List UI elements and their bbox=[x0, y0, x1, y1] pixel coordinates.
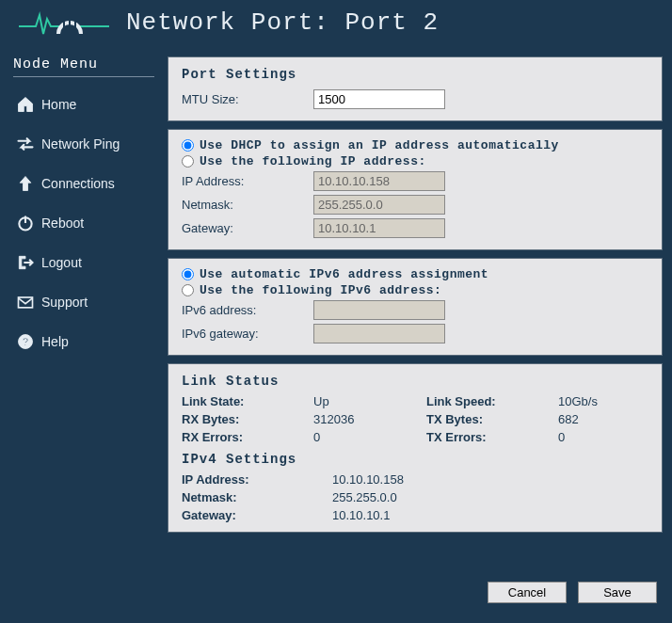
rx-errors-label: RX Errors: bbox=[182, 430, 313, 444]
sidebar-item-support[interactable]: Support bbox=[13, 282, 154, 322]
radio-auto-ipv6-label: Use automatic IPv6 address assignment bbox=[200, 267, 488, 281]
svg-text:?: ? bbox=[22, 335, 28, 347]
ipv6-gateway-label: IPv6 gateway: bbox=[182, 327, 313, 341]
sidebar-item-label: Logout bbox=[41, 255, 82, 270]
link-speed-value: 10Gb/s bbox=[558, 394, 652, 408]
content: Port Settings MTU Size: Use DHCP to assi… bbox=[168, 56, 663, 574]
rx-errors-value: 0 bbox=[313, 430, 426, 444]
link-status-heading: Link Status bbox=[182, 374, 648, 389]
radio-static-ipv6[interactable] bbox=[182, 284, 194, 296]
ip-address-label: IP Address: bbox=[182, 174, 313, 188]
link-status-panel: Link Status Link State: Up Link Speed: 1… bbox=[168, 363, 663, 533]
logout-icon bbox=[15, 252, 36, 273]
ipv4-config-panel: Use DHCP to assign an IP address automat… bbox=[168, 129, 663, 250]
ipv4-gateway-label: Gateway: bbox=[182, 508, 332, 522]
sidebar-item-reboot[interactable]: Reboot bbox=[13, 203, 154, 243]
radio-auto-ipv6[interactable] bbox=[182, 268, 194, 280]
save-button[interactable]: Save bbox=[578, 582, 657, 603]
ip-address-input[interactable] bbox=[313, 171, 445, 191]
link-state-value: Up bbox=[313, 394, 426, 408]
link-state-label: Link State: bbox=[182, 394, 313, 408]
sidebar-item-logout[interactable]: Logout bbox=[13, 243, 154, 282]
sidebar-item-network-ping[interactable]: Network Ping bbox=[13, 124, 154, 164]
header: Network Port: Port 2 bbox=[0, 0, 672, 47]
radio-dhcp[interactable] bbox=[182, 139, 194, 152]
logo bbox=[19, 6, 109, 40]
radio-static-ipv4[interactable] bbox=[182, 155, 194, 168]
page-title: Network Port: Port 2 bbox=[126, 8, 439, 37]
ipv4-ip-label: IP Address: bbox=[182, 472, 332, 487]
help-icon: ? bbox=[15, 331, 36, 352]
tx-bytes-label: TX Bytes: bbox=[426, 412, 558, 426]
arrow-up-icon bbox=[15, 173, 36, 194]
sidebar-item-help[interactable]: ? Help bbox=[13, 322, 154, 361]
radio-static-ipv6-label: Use the following IPv6 address: bbox=[200, 283, 441, 297]
cancel-button[interactable]: Cancel bbox=[488, 582, 567, 603]
sidebar-item-connections[interactable]: Connections bbox=[13, 164, 154, 203]
home-icon bbox=[15, 94, 36, 115]
sidebar-item-label: Reboot bbox=[41, 216, 84, 231]
mtu-input[interactable] bbox=[313, 89, 445, 109]
sidebar: Node Menu Home Network Ping Connections bbox=[13, 56, 154, 574]
ipv6-gateway-input[interactable] bbox=[313, 324, 445, 343]
tx-errors-label: TX Errors: bbox=[426, 430, 558, 444]
sidebar-item-label: Home bbox=[41, 97, 76, 112]
port-settings-heading: Port Settings bbox=[182, 67, 648, 82]
ipv4-netmask-value: 255.255.0.0 bbox=[332, 490, 520, 504]
link-speed-label: Link Speed: bbox=[426, 394, 558, 408]
port-settings-panel: Port Settings MTU Size: bbox=[168, 56, 663, 121]
tx-errors-value: 0 bbox=[558, 430, 652, 444]
tx-bytes-value: 682 bbox=[558, 412, 652, 426]
gateway-label: Gateway: bbox=[182, 221, 313, 235]
ipv4-settings-heading: IPv4 Settings bbox=[182, 452, 648, 467]
netmask-input[interactable] bbox=[313, 195, 445, 215]
ipv6-config-panel: Use automatic IPv6 address assignment Us… bbox=[168, 258, 663, 356]
sidebar-heading: Node Menu bbox=[13, 56, 154, 77]
ipv6-address-label: IPv6 address: bbox=[182, 303, 313, 317]
arrows-icon bbox=[15, 134, 36, 154]
ipv4-ip-value: 10.10.10.158 bbox=[332, 472, 520, 487]
ipv4-gateway-value: 10.10.10.1 bbox=[332, 508, 520, 522]
sidebar-item-label: Support bbox=[41, 295, 88, 310]
ipv6-address-input[interactable] bbox=[313, 300, 445, 320]
sidebar-item-label: Help bbox=[41, 334, 69, 349]
power-icon bbox=[15, 213, 36, 233]
radio-static-ipv4-label: Use the following IP address: bbox=[200, 154, 426, 168]
mail-icon bbox=[15, 292, 36, 312]
sidebar-item-label: Connections bbox=[41, 176, 115, 191]
netmask-label: Netmask: bbox=[182, 198, 313, 212]
mtu-label: MTU Size: bbox=[182, 92, 313, 106]
ipv4-netmask-label: Netmask: bbox=[182, 490, 332, 504]
rx-bytes-value: 312036 bbox=[313, 412, 426, 426]
radio-dhcp-label: Use DHCP to assign an IP address automat… bbox=[200, 138, 559, 152]
gateway-input[interactable] bbox=[313, 218, 445, 238]
rx-bytes-label: RX Bytes: bbox=[182, 412, 313, 426]
sidebar-item-home[interactable]: Home bbox=[13, 85, 154, 124]
footer: Cancel Save bbox=[0, 574, 672, 615]
sidebar-item-label: Network Ping bbox=[41, 136, 120, 152]
